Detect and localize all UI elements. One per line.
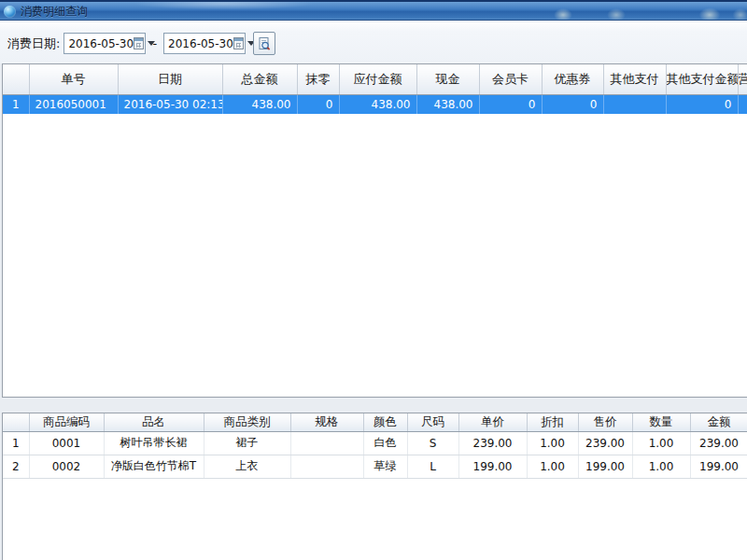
orders-col-clipped[interactable]: 营 [738, 64, 747, 94]
item-row[interactable]: 2 0002 净版白色竹节棉T 上衣 草绿 L 199.00 1.00 199.… [3, 455, 747, 478]
orders-table: 单号 日期 总金额 抹零 应付金额 现金 会员卡 优惠券 其他支付 其他支付金额… [3, 64, 747, 114]
item-color: 白色 [363, 431, 407, 455]
order-row[interactable]: 1 2016050001 2016-05-30 02:13:50 438.00 … [3, 94, 747, 114]
items-table-region: 商品编码 品名 商品类别 规格 颜色 尺码 单价 折扣 售价 数量 金额 1 0… [2, 413, 747, 560]
orders-col-cash[interactable]: 现金 [416, 64, 479, 94]
item-color: 草绿 [363, 455, 407, 478]
item-category: 上衣 [204, 455, 290, 478]
items-col-color[interactable]: 颜色 [363, 413, 407, 431]
window-title: 消费明细查询 [21, 2, 88, 21]
order-date: 2016-05-30 02:13:50 [118, 94, 222, 114]
search-button[interactable] [253, 32, 275, 55]
orders-col-other-payment-amount[interactable]: 其他支付金额 [666, 64, 738, 94]
items-col-spec[interactable]: 规格 [290, 413, 363, 431]
date-range-label: 消费日期: [7, 35, 60, 52]
items-col-discount[interactable]: 折扣 [527, 413, 578, 431]
items-col-product-name[interactable]: 品名 [104, 413, 204, 431]
items-col-category[interactable]: 商品类别 [204, 413, 290, 431]
order-member-card: 0 [479, 94, 542, 114]
order-no: 2016050001 [29, 94, 118, 114]
order-cash: 438.00 [416, 94, 479, 114]
item-category: 裙子 [204, 431, 290, 455]
item-unit-price: 199.00 [458, 455, 527, 478]
titlebar: 消费明细查询 [0, 0, 747, 21]
orders-col-member-card[interactable]: 会员卡 [479, 64, 542, 94]
order-other-payment [603, 94, 666, 114]
calendar-icon [134, 37, 144, 49]
orders-table-region: 单号 日期 总金额 抹零 应付金额 现金 会员卡 优惠券 其他支付 其他支付金额… [2, 63, 747, 398]
items-header-row: 商品编码 品名 商品类别 规格 颜色 尺码 单价 折扣 售价 数量 金额 [3, 413, 747, 431]
date-from-input[interactable]: 2016-05-30 [63, 33, 146, 54]
date-range-separator: - [152, 36, 157, 50]
orders-col-other-payment[interactable]: 其他支付 [603, 64, 666, 94]
item-product-code: 0001 [29, 431, 104, 455]
orders-header-row: 单号 日期 总金额 抹零 应付金额 现金 会员卡 优惠券 其他支付 其他支付金额… [3, 64, 747, 94]
item-amount: 239.00 [690, 431, 747, 455]
query-toolbar: 消费日期: 2016-05-30 - 2016-05-30 [0, 22, 747, 63]
item-quantity: 1.00 [632, 431, 690, 455]
order-rounding: 0 [297, 94, 339, 114]
items-col-unit-price[interactable]: 单价 [458, 413, 527, 431]
app-icon [4, 6, 16, 18]
items-col-size[interactable]: 尺码 [407, 413, 458, 431]
item-size: S [407, 431, 458, 455]
order-payable: 438.00 [339, 94, 416, 114]
items-col-amount[interactable]: 金额 [690, 413, 747, 431]
date-from-value: 2016-05-30 [68, 37, 134, 50]
item-product-code: 0002 [29, 455, 104, 478]
app-window: 消费明细查询 消费日期: 2016-05-30 - 2016-05-30 [0, 0, 747, 560]
item-sale-price: 199.00 [578, 455, 632, 478]
item-row[interactable]: 1 0001 树叶吊带长裙 裙子 白色 S 239.00 1.00 239.00… [3, 431, 747, 455]
item-rownum: 1 [3, 431, 29, 455]
order-other-payment-amount: 0 [666, 94, 738, 114]
search-icon [257, 36, 272, 51]
calendar-icon [233, 37, 244, 49]
order-rownum: 1 [3, 94, 29, 114]
items-table: 商品编码 品名 商品类别 规格 颜色 尺码 单价 折扣 售价 数量 金额 1 0… [3, 413, 747, 479]
item-discount: 1.00 [527, 455, 578, 478]
item-quantity: 1.00 [632, 455, 690, 478]
order-clipped-cell [738, 94, 747, 114]
orders-col-payable[interactable]: 应付金额 [339, 64, 416, 94]
item-size: L [407, 455, 458, 478]
item-sale-price: 239.00 [578, 431, 632, 455]
items-col-quantity[interactable]: 数量 [632, 413, 690, 431]
items-col-product-code[interactable]: 商品编码 [29, 413, 104, 431]
titlebar-highlights [0, 2, 747, 21]
date-to-value: 2016-05-30 [168, 37, 233, 50]
item-rownum: 2 [3, 455, 29, 478]
order-coupon: 0 [542, 94, 603, 114]
orders-col-date[interactable]: 日期 [118, 64, 222, 94]
item-spec [290, 455, 363, 478]
orders-col-rownum [3, 64, 29, 94]
item-unit-price: 239.00 [458, 431, 527, 455]
orders-col-coupon[interactable]: 优惠券 [542, 64, 603, 94]
item-product-name: 树叶吊带长裙 [104, 431, 204, 455]
item-spec [290, 431, 363, 455]
items-col-sale-price[interactable]: 售价 [578, 413, 632, 431]
date-to-input[interactable]: 2016-05-30 [163, 33, 246, 54]
items-col-rownum [3, 413, 29, 431]
item-product-name: 净版白色竹节棉T [104, 455, 204, 478]
orders-col-order-no[interactable]: 单号 [29, 64, 118, 94]
item-amount: 199.00 [690, 455, 747, 478]
orders-col-total[interactable]: 总金额 [222, 64, 297, 94]
order-total: 438.00 [222, 94, 297, 114]
item-discount: 1.00 [527, 431, 578, 455]
orders-col-rounding[interactable]: 抹零 [297, 64, 339, 94]
